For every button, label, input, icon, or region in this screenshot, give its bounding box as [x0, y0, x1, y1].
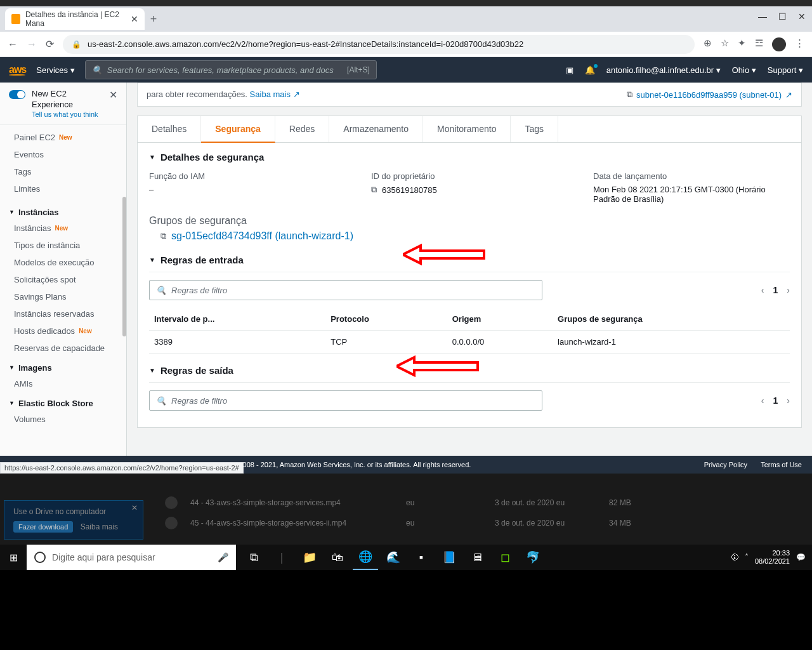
- security-group-link[interactable]: sg-015ecfd84734d93ff (launch-wizard-1): [171, 230, 353, 242]
- new-experience-toggle[interactable]: [9, 90, 25, 99]
- tab-segurança[interactable]: Segurança: [201, 116, 275, 143]
- cloudshell-icon[interactable]: ▣: [566, 65, 573, 75]
- svg-marker-1: [396, 357, 478, 375]
- tray-icon[interactable]: 🛈: [731, 553, 738, 562]
- page-number: 1: [773, 395, 778, 406]
- reading-list-icon[interactable]: ☲: [755, 37, 763, 51]
- inbound-filter-input[interactable]: 🔍 Regras de filtro: [149, 280, 542, 300]
- aws-logo[interactable]: aws: [9, 64, 26, 76]
- tab-detalhes[interactable]: Detalhes: [138, 116, 201, 142]
- sidebar-item[interactable]: Instâncias reservadas: [0, 305, 126, 322]
- new-experience-feedback-link[interactable]: Tell us what you think: [32, 110, 103, 118]
- privacy-link[interactable]: Privacy Policy: [704, 461, 747, 468]
- store-icon[interactable]: 🛍: [325, 545, 350, 570]
- address-bar[interactable]: 🔒 us-east-2.console.aws.amazon.com/ec2/v…: [63, 35, 695, 54]
- sidebar-item[interactable]: Limites: [0, 180, 126, 197]
- next-page-button[interactable]: ›: [787, 285, 790, 295]
- copy-icon[interactable]: ⧉: [160, 231, 166, 241]
- new-tab-button[interactable]: +: [145, 13, 162, 26]
- outbound-rules-heading[interactable]: Regras de saída: [149, 359, 790, 383]
- table-cell: launch-wizard-1: [553, 331, 790, 354]
- learn-more-link[interactable]: Saiba mais: [81, 522, 118, 531]
- security-details-heading[interactable]: Detalhes de segurança: [149, 152, 790, 162]
- subnet-link[interactable]: subnet-0e116b6d9ff9aa959 (subnet-01): [636, 90, 782, 100]
- copy-icon[interactable]: ⧉: [627, 90, 632, 100]
- copy-icon[interactable]: ⧉: [371, 185, 377, 195]
- outbound-filter-input[interactable]: 🔍 Regras de filtro: [149, 390, 542, 411]
- star-icon[interactable]: ☆: [721, 37, 729, 51]
- system-clock[interactable]: 20:33 08/02/2021: [755, 549, 790, 566]
- sidebar-item[interactable]: Solicitações spot: [0, 271, 126, 288]
- support-menu[interactable]: Support ▾: [768, 65, 803, 75]
- profile-avatar[interactable]: [772, 37, 786, 51]
- tab-armazenamento[interactable]: Armazenamento: [329, 116, 423, 142]
- extensions-icon[interactable]: ✦: [738, 37, 746, 51]
- terms-link[interactable]: Terms of Use: [761, 461, 802, 468]
- sidebar-heading[interactable]: Instâncias: [0, 201, 126, 220]
- table-cell: 0.0.0.0/0: [447, 331, 553, 354]
- app-icon[interactable]: 🖥: [464, 545, 490, 570]
- learn-more-link[interactable]: Saiba mais ↗: [250, 90, 300, 99]
- drive-banner: ✕ Use o Drive no computador Fazer downlo…: [4, 500, 143, 540]
- region-menu[interactable]: Ohio ▾: [732, 65, 756, 75]
- app-icon[interactable]: 🐬: [520, 545, 546, 570]
- sidebar-item[interactable]: Tipos de instância: [0, 237, 126, 254]
- app-icon[interactable]: ◻: [492, 545, 518, 570]
- sidebar-item[interactable]: Volumes: [0, 411, 126, 428]
- windows-search-input[interactable]: Digite aqui para pesquisar 🎤: [27, 545, 236, 570]
- next-page-button[interactable]: ›: [787, 395, 790, 406]
- sidebar-item[interactable]: Painel EC2New: [0, 129, 126, 146]
- taskbar-divider: |: [269, 545, 294, 570]
- sidebar-item[interactable]: InstânciasNew: [0, 220, 126, 237]
- start-button[interactable]: ⊞: [0, 552, 27, 564]
- tray-chevron-icon[interactable]: ˄: [745, 553, 749, 562]
- zoom-icon[interactable]: ⊕: [704, 37, 712, 51]
- aws-header: aws Services ▾ 🔍 Search for services, fe…: [0, 57, 812, 83]
- chrome-menu-icon[interactable]: ⋮: [795, 37, 804, 51]
- account-menu[interactable]: antonio.filho@al.infnet.edu.br ▾: [606, 65, 721, 75]
- mic-icon[interactable]: 🎤: [218, 552, 228, 562]
- sidebar-item[interactable]: Hosts dedicadosNew: [0, 322, 126, 340]
- inbound-rules-table: Intervalo de p...ProtocoloOrigemGrupos d…: [149, 308, 790, 354]
- tab-redes[interactable]: Redes: [275, 116, 329, 142]
- sidebar-scrollbar[interactable]: [122, 197, 126, 336]
- cortana-icon: [34, 552, 46, 563]
- app-icon[interactable]: 📘: [436, 545, 462, 570]
- reload-button[interactable]: ⟳: [46, 38, 54, 50]
- sidebar-item[interactable]: Savings Plans: [0, 288, 126, 305]
- notifications-icon[interactable]: 🔔: [585, 65, 595, 75]
- browser-tab[interactable]: Detalhes da instância | EC2 Mana ✕: [5, 8, 145, 30]
- window-minimize[interactable]: —: [758, 11, 767, 22]
- sidebar-heading[interactable]: Elastic Block Store: [0, 392, 126, 411]
- aws-search-input[interactable]: 🔍 Search for services, features, marketp…: [85, 60, 377, 79]
- inbound-rules-heading[interactable]: Regras de entrada: [149, 248, 790, 272]
- prev-page-button[interactable]: ‹: [761, 395, 764, 406]
- close-icon[interactable]: ✕: [131, 503, 138, 512]
- explorer-icon[interactable]: 📁: [297, 545, 322, 570]
- prev-page-button[interactable]: ‹: [761, 285, 764, 295]
- sidebar-item[interactable]: Eventos: [0, 146, 126, 163]
- tab-close-icon[interactable]: ✕: [131, 14, 138, 24]
- close-icon[interactable]: ✕: [109, 89, 117, 101]
- back-button[interactable]: ←: [8, 39, 18, 50]
- browser-status-bar: https://us-east-2.console.aws.amazon.com…: [0, 462, 244, 474]
- chrome-icon[interactable]: 🌐: [353, 545, 378, 570]
- external-link-icon[interactable]: ↗: [785, 90, 792, 100]
- edge-icon[interactable]: 🌊: [381, 545, 406, 570]
- sidebar-item[interactable]: Modelos de execução: [0, 254, 126, 271]
- notifications-icon[interactable]: 💬: [796, 553, 806, 562]
- task-view-icon[interactable]: ⧉: [241, 545, 266, 570]
- sidebar-item[interactable]: AMIs: [0, 375, 126, 392]
- services-menu[interactable]: Services ▾: [36, 65, 74, 75]
- download-button[interactable]: Fazer download: [13, 521, 73, 533]
- window-close[interactable]: ✕: [798, 11, 806, 22]
- terminal-icon[interactable]: ▪: [409, 545, 434, 570]
- tab-monitoramento[interactable]: Monitoramento: [423, 116, 511, 142]
- sidebar-item[interactable]: Tags: [0, 163, 126, 180]
- tab-tags[interactable]: Tags: [511, 116, 558, 142]
- sidebar-heading[interactable]: Imagens: [0, 357, 126, 375]
- sidebar-item[interactable]: Reservas de capacidade: [0, 340, 126, 357]
- table-header: Intervalo de p...: [149, 308, 325, 331]
- window-maximize[interactable]: ☐: [778, 11, 787, 22]
- forward-button[interactable]: →: [27, 39, 37, 50]
